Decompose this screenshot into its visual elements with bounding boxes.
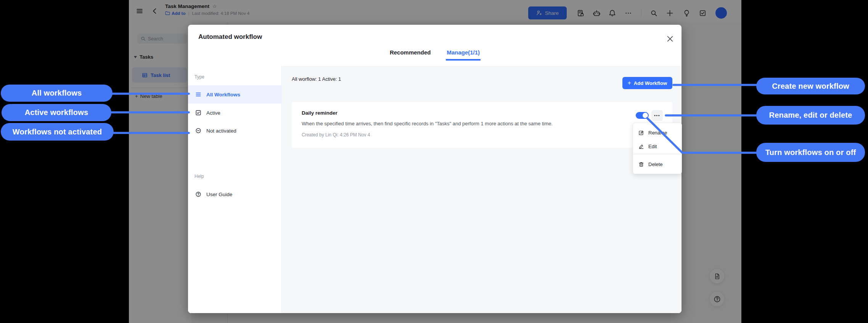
question-circle-icon: [195, 191, 201, 197]
minus-circle-icon: [195, 128, 201, 134]
workflow-context-menu: Rename Edit Delete: [633, 123, 682, 174]
toggle-knob: [643, 113, 648, 118]
annotation-turn-workflows-on-off: Turn workflows on or off: [756, 143, 865, 162]
annotation-all-workflows: All workflows: [1, 85, 113, 102]
modal-sidebar: Type All Workflows Active Not activated …: [188, 66, 282, 313]
workflow-list-panel: All worflow: 1 Active: 1 + Add Workflow …: [282, 66, 682, 313]
rename-icon: [638, 130, 644, 136]
check-square-icon: [195, 110, 201, 116]
sidebar-item-active[interactable]: Active: [188, 107, 282, 118]
menu-item-delete[interactable]: Delete: [633, 158, 682, 170]
workflow-created-text: Created by Lin Qi: 4:26 PM Nov 4: [302, 132, 370, 138]
workflow-more-button[interactable]: •••: [651, 110, 663, 121]
automated-workflow-modal: Automated workflow Recommended Manage(1/…: [188, 25, 682, 313]
workflow-description: When the specified time arrives, then fi…: [302, 121, 553, 126]
sidebar-item-all-workflows[interactable]: All Workflows: [188, 85, 282, 104]
tab-recommended[interactable]: Recommended: [389, 47, 432, 61]
annotation-workflows-not-activated: Workflows not activated: [1, 123, 114, 141]
annotation-active-workflows: Active workflows: [2, 104, 111, 121]
trash-icon: [638, 162, 644, 167]
workflow-card[interactable]: Daily reminder When the specified time a…: [292, 102, 672, 148]
workflow-summary-text: All worflow: 1 Active: 1: [292, 76, 341, 82]
annotation-rename-edit-delete: Rename, edit or delete: [756, 106, 865, 125]
workflow-toggle[interactable]: [636, 112, 649, 119]
modal-tabs: Recommended Manage(1/1): [188, 47, 682, 61]
tab-manage[interactable]: Manage(1/1): [446, 47, 481, 61]
screenshot-canvas: Task Management ☆ Add to | Last modified…: [0, 0, 868, 323]
menu-item-rename[interactable]: Rename: [633, 127, 682, 138]
plus-icon: +: [628, 80, 631, 86]
type-section-label: Type: [194, 74, 204, 80]
sidebar-item-not-activated[interactable]: Not activated: [188, 125, 282, 136]
help-section-label: Help: [194, 174, 204, 179]
workflow-title: Daily reminder: [302, 110, 338, 116]
pencil-icon: [638, 144, 644, 149]
menu-item-edit[interactable]: Edit: [633, 141, 682, 152]
add-workflow-button[interactable]: + Add Workflow: [622, 77, 672, 89]
close-icon[interactable]: [665, 34, 675, 43]
menu-divider: [633, 154, 682, 154]
annotation-create-new-workflow: Create new workflow: [756, 78, 865, 94]
sidebar-item-user-guide[interactable]: User Guide: [188, 189, 282, 200]
modal-title: Automated workflow: [198, 33, 262, 41]
list-menu-icon: [195, 91, 201, 98]
